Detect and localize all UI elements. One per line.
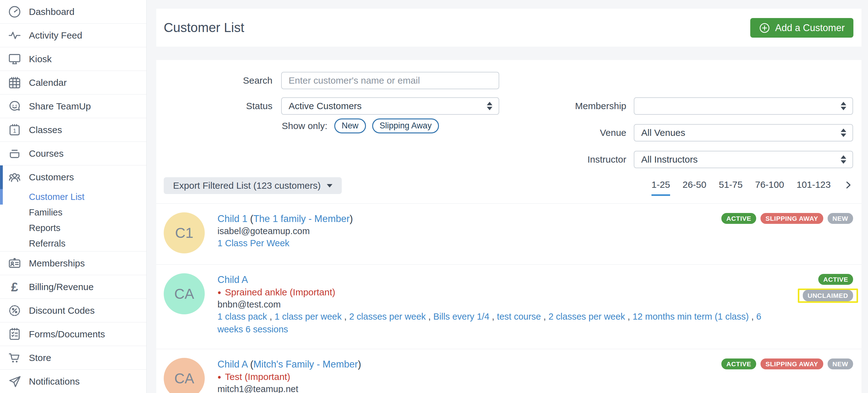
paren: ) xyxy=(358,359,361,370)
svg-text:1: 1 xyxy=(13,128,16,134)
chevron-right-icon[interactable] xyxy=(843,180,853,191)
sidebar-item-families[interactable]: Families xyxy=(0,204,146,220)
avatar: C1 xyxy=(164,213,205,253)
membership-link[interactable]: 1 Class Per Week xyxy=(217,238,289,248)
show-only-group: Show only: NewSlipping Away xyxy=(282,118,439,133)
courses-icon xyxy=(8,147,22,161)
share-teamup-icon xyxy=(8,100,22,113)
membership-link[interactable]: test course xyxy=(497,312,541,321)
sidebar-item-courses[interactable]: Courses xyxy=(0,142,146,165)
note-text: Sprained ankle (Important) xyxy=(225,287,335,297)
sidebar-item-kiosk[interactable]: Kiosk xyxy=(0,47,146,71)
highlight-box: UNCLAIMED xyxy=(798,288,858,303)
customer-name-line: Child A (Mitch's Family - Member) xyxy=(217,358,787,371)
sidebar-item-memberships[interactable]: Memberships xyxy=(0,252,146,275)
caret-down-icon xyxy=(327,184,333,188)
sidebar: DashboardActivity FeedKioskCalendarShare… xyxy=(0,0,147,393)
add-customer-button[interactable]: Add a Customer xyxy=(750,18,854,38)
membership-link[interactable]: 2 classes per week xyxy=(349,312,426,321)
membership-separator: , xyxy=(267,312,275,321)
dashboard-icon xyxy=(8,5,22,19)
activity-icon xyxy=(8,29,22,42)
classes-icon: 1 xyxy=(8,123,22,137)
sidebar-item-label: Courses xyxy=(29,148,64,159)
instructor-label: Instructor xyxy=(515,151,626,168)
show-only-slipping-away-button[interactable]: Slipping Away xyxy=(372,118,439,133)
sidebar-item-customers[interactable]: Customers xyxy=(0,165,146,189)
membership-separator: , xyxy=(749,312,756,321)
export-button[interactable]: Export Filtered List (123 customers) xyxy=(164,177,342,194)
status-badge-unclaimed: UNCLAIMED xyxy=(803,290,854,301)
pagination-page-76-100[interactable]: 76-100 xyxy=(755,179,784,194)
show-only-new-button[interactable]: New xyxy=(334,118,366,133)
membership-link[interactable]: 12 months min term (1 class) xyxy=(632,312,749,321)
family-link[interactable]: Mitch's Family - Member xyxy=(253,359,358,370)
note-dot-icon: ● xyxy=(217,373,221,380)
sidebar-nav: DashboardActivity FeedKioskCalendarShare… xyxy=(0,0,146,393)
sidebar-item-label: Store xyxy=(29,353,51,363)
customer-name-link[interactable]: Child 1 xyxy=(217,213,248,224)
membership-label: Membership xyxy=(515,97,626,115)
customer-name-link[interactable]: Child A xyxy=(217,274,248,285)
customer-name-line: Child 1 (The 1 family - Member) xyxy=(217,213,787,225)
sidebar-submenu-customers: Customer ListFamiliesReportsReferrals xyxy=(0,189,146,252)
pagination-page-1-25[interactable]: 1-25 xyxy=(651,179,670,196)
customer-name-link[interactable]: Child A xyxy=(217,359,248,370)
sidebar-item-referrals[interactable]: Referrals xyxy=(0,236,146,251)
membership-select[interactable] xyxy=(634,97,853,115)
sidebar-item-label: Memberships xyxy=(29,258,85,269)
sidebar-item-label: Classes xyxy=(29,125,62,135)
sidebar-item-label: Forms/Documents xyxy=(29,329,105,339)
sidebar-item-calendar[interactable]: Calendar xyxy=(0,71,146,94)
membership-link[interactable]: 2 classes per week xyxy=(548,312,625,321)
paren: ( xyxy=(248,359,253,370)
sidebar-item-label: Notifications xyxy=(29,376,80,387)
sidebar-item-forms-documents[interactable]: Forms/Documents xyxy=(0,322,146,346)
sidebar-item-customer-list[interactable]: Customer List xyxy=(0,189,146,204)
status-badge-active: ACTIVE xyxy=(721,213,756,224)
sidebar-item-reports[interactable]: Reports xyxy=(0,220,146,236)
membership-link[interactable]: 1 class per week xyxy=(275,312,342,321)
instructor-select[interactable]: All Instructors xyxy=(634,151,853,168)
pagination-page-101-123[interactable]: 101-123 xyxy=(797,179,831,194)
notifications-icon xyxy=(8,375,22,388)
sidebar-item-billing-revenue[interactable]: £Billing/Revenue xyxy=(0,275,146,299)
note-text: Test (Important) xyxy=(225,371,290,382)
pagination-page-26-50[interactable]: 26-50 xyxy=(683,179,707,194)
membership-link[interactable]: Bills every 1/4 xyxy=(433,312,490,321)
select-caret-icon xyxy=(841,102,846,110)
avatar: CA xyxy=(164,358,205,393)
venue-select[interactable]: All Venues xyxy=(634,124,853,141)
store-icon xyxy=(8,351,22,365)
customer-list-panel: Search Status Active Customers Show only… xyxy=(156,60,862,393)
pagination-page-51-75[interactable]: 51-75 xyxy=(719,179,743,194)
plus-circle-icon xyxy=(759,22,770,34)
sidebar-item-store[interactable]: Store xyxy=(0,346,146,370)
sidebar-item-share-teamup[interactable]: Share TeamUp xyxy=(0,94,146,118)
customer-row: CAChild A (Mitch's Family - Member)●Test… xyxy=(156,349,862,393)
sidebar-item-classes[interactable]: 1Classes xyxy=(0,118,146,142)
calendar-icon xyxy=(8,76,22,89)
status-select-value: Active Customers xyxy=(289,101,362,111)
sidebar-item-discount-codes[interactable]: Discount Codes xyxy=(0,299,146,322)
status-badge-active: ACTIVE xyxy=(818,274,853,285)
select-caret-icon xyxy=(841,156,846,164)
customer-note: ●Test (Important) xyxy=(217,371,787,383)
billing-icon: £ xyxy=(8,280,22,294)
sidebar-item-label: Dashboard xyxy=(29,6,74,17)
membership-link[interactable]: 1 class pack xyxy=(217,312,267,321)
status-badge-new: NEW xyxy=(828,213,854,224)
sidebar-item-label: Share TeamUp xyxy=(29,101,91,112)
status-select[interactable]: Active Customers xyxy=(281,97,499,115)
badge-row: UNCLAIMED xyxy=(798,288,854,303)
sidebar-item-dashboard[interactable]: Dashboard xyxy=(0,0,146,24)
instructor-select-value: All Instructors xyxy=(641,154,698,165)
status-label: Status xyxy=(156,97,273,115)
search-input[interactable] xyxy=(281,72,499,89)
sidebar-item-activity-feed[interactable]: Activity Feed xyxy=(0,24,146,47)
family-link[interactable]: The 1 family - Member xyxy=(253,213,349,224)
customer-row: C1Child 1 (The 1 family - Member)isabel@… xyxy=(156,203,862,264)
customer-email: isabel@goteamup.com xyxy=(217,225,787,237)
sidebar-item-notifications[interactable]: Notifications xyxy=(0,370,146,393)
badge-row: ACTIVESLIPPING AWAYNEW xyxy=(721,213,853,224)
